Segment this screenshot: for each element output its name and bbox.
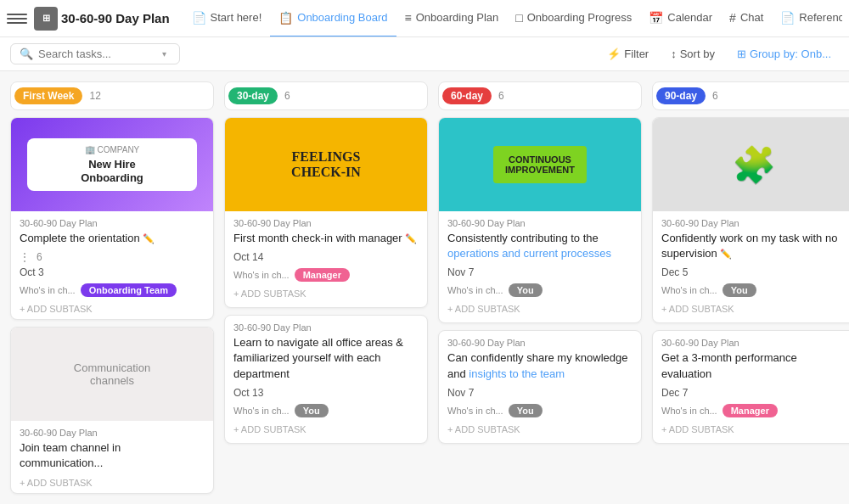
card-assignee-card-5: Who's in ch... You [447, 283, 633, 297]
add-subtask-btn-card-8[interactable]: + ADD SUBTASK [661, 423, 846, 436]
card-assignee-card-6: Who's in ch... You [447, 404, 633, 417]
card-assignee-card-7: Who's in ch... You [661, 283, 846, 297]
card-assignee-card-8: Who's in ch... Manager [661, 404, 846, 417]
card-title-card-2: Join team channel in communication... [20, 440, 205, 471]
add-subtask-btn-card-1[interactable]: + ADD SUBTASK [20, 302, 205, 316]
card-date-card-5: Nov 7 [447, 266, 633, 278]
add-subtask-btn-card-3[interactable]: + ADD SUBTASK [233, 287, 419, 300]
card-image-onboarding: 🏢 COMPANY New HireOnboarding [11, 118, 213, 211]
card-plan-card-7: 30-60-90 Day Plan [661, 218, 846, 228]
card-date-card-3: Oct 14 [233, 251, 419, 263]
col-header-90-day[interactable]: 90-day 6 [652, 81, 849, 110]
references-icon: 📄 [780, 11, 795, 25]
column-first-week: First Week 12 🏢 COMPANY New HireOnboardi… [10, 81, 214, 494]
search-dropdown-icon[interactable]: ▾ [162, 49, 166, 59]
card-title-card-7: Confidently work on my task with no supe… [661, 231, 846, 261]
onboarding-plan-icon: ≡ [405, 11, 412, 25]
card-title-card-8: Get a 3-month performance evaluation [661, 350, 846, 381]
onboarding-progress-icon: □ [515, 11, 522, 25]
add-subtask-btn-card-7[interactable]: + ADD SUBTASK [661, 302, 846, 316]
edit-icon-card-1[interactable]: ✏️ [143, 233, 155, 244]
page-title: 30-60-90 Day Plan [61, 11, 170, 25]
col-count-first-week: 12 [89, 90, 100, 102]
card-date-card-1: Oct 3 [20, 266, 205, 278]
card-plan-card-5: 30-60-90 Day Plan [447, 218, 633, 228]
filter-button[interactable]: ⚡ Filter [599, 43, 656, 64]
calendar-icon: 📅 [649, 11, 663, 25]
card-assignee-card-3: Who's in ch... Manager [233, 268, 419, 282]
tab-onboarding-progress[interactable]: □ Onboarding Progress [507, 0, 640, 37]
tab-calendar[interactable]: 📅 Calendar [640, 0, 721, 37]
column-60-day: 60-day 6 CONTINUOUSIMPROVEMENT 30-60-90 … [438, 81, 642, 494]
card-plan-card-4: 30-60-90 Day Plan [233, 322, 419, 333]
card-title-card-3: First month check-in with manager ✏️ [233, 231, 419, 246]
task-card-card-4[interactable]: 30-60-90 Day Plan Learn to navigate all … [224, 315, 428, 444]
col-badge-first-week: First Week [14, 87, 82, 104]
card-plan-card-6: 30-60-90 Day Plan [447, 338, 633, 348]
card-plan-card-2: 30-60-90 Day Plan [20, 428, 205, 438]
board-area: First Week 12 🏢 COMPANY New HireOnboardi… [0, 71, 849, 504]
task-card-card-8[interactable]: 30-60-90 Day Plan Get a 3-month performa… [652, 330, 849, 443]
toolbar: 🔍 ▾ ⚡ Filter ↕ Sort by ⊞ Group by: Onb..… [0, 37, 849, 71]
card-image-puzzle: 🧩 [653, 118, 849, 211]
card-title-card-4: Learn to navigate all office areas & fam… [233, 335, 419, 382]
search-input[interactable] [38, 48, 157, 60]
sort-button[interactable]: ↕ Sort by [663, 43, 722, 64]
task-card-card-5[interactable]: CONTINUOUSIMPROVEMENT 30-60-90 Day Plan … [438, 117, 642, 323]
card-date-card-4: Oct 13 [233, 387, 419, 399]
sort-icon: ↕ [671, 48, 677, 60]
column-90-day: 90-day 6 🧩 30-60-90 Day Plan Confidently… [652, 81, 849, 494]
card-date-card-6: Nov 7 [447, 387, 633, 399]
task-card-card-3[interactable]: FEELINGSCHECK-IN 30-60-90 Day Plan First… [224, 117, 428, 308]
card-subtask-card-1: ⋮ 6 [20, 251, 205, 263]
card-title-card-5: Consistently contributing to the operati… [447, 231, 633, 261]
card-image-feelings: FEELINGSCHECK-IN [225, 118, 427, 211]
col-count-30-day: 6 [284, 90, 290, 102]
task-card-card-6[interactable]: 30-60-90 Day Plan Can confidently share … [438, 330, 642, 443]
tab-references[interactable]: 📄 References [772, 0, 842, 37]
card-image-comm: Communicationchannels [11, 328, 213, 421]
start-here-icon: 📄 [192, 11, 206, 25]
chat-icon: # [729, 11, 736, 25]
subtask-icon: ⋮ [20, 251, 30, 263]
app-icon: ⊞ [34, 7, 58, 31]
card-assignee-card-1: Who's in ch... Onboarding Team [20, 283, 205, 297]
tab-onboarding-plan[interactable]: ≡ Onboarding Plan [396, 0, 508, 37]
tab-onboarding-board[interactable]: 📋 Onboarding Board [270, 0, 396, 37]
add-subtask-btn-card-2[interactable]: + ADD SUBTASK [20, 476, 205, 490]
col-header-30-day[interactable]: 30-day 6 [224, 81, 428, 110]
task-card-card-2[interactable]: Communicationchannels 30-60-90 Day Plan … [10, 327, 214, 495]
tab-start-here[interactable]: 📄 Start here! [183, 0, 271, 37]
top-bar: ⊞ 30-60-90 Day Plan 📄 Start here! 📋 Onbo… [0, 0, 849, 37]
card-date-card-8: Dec 7 [661, 387, 846, 399]
edit-icon-card-3[interactable]: ✏️ [405, 233, 417, 244]
col-badge-60-day: 60-day [442, 87, 492, 104]
card-plan-card-3: 30-60-90 Day Plan [233, 218, 419, 228]
card-assignee-card-4: Who's in ch... You [233, 404, 419, 417]
col-header-first-week[interactable]: First Week 12 [10, 81, 214, 110]
card-plan-card-1: 30-60-90 Day Plan [20, 218, 205, 228]
tab-chat[interactable]: # Chat [721, 0, 772, 37]
column-30-day: 30-day 6 FEELINGSCHECK-IN 30-60-90 Day P… [224, 81, 428, 494]
col-badge-30-day: 30-day [228, 87, 278, 104]
card-plan-card-8: 30-60-90 Day Plan [661, 338, 846, 348]
search-box[interactable]: 🔍 ▾ [10, 43, 180, 64]
col-count-60-day: 6 [498, 90, 504, 102]
onboarding-board-icon: 📋 [278, 11, 293, 25]
col-header-60-day[interactable]: 60-day 6 [438, 81, 642, 110]
add-subtask-btn-card-5[interactable]: + ADD SUBTASK [447, 302, 633, 316]
add-subtask-btn-card-6[interactable]: + ADD SUBTASK [447, 423, 633, 436]
card-title-card-1: Complete the orientation ✏️ [20, 231, 205, 246]
add-subtask-btn-card-4[interactable]: + ADD SUBTASK [233, 423, 419, 436]
search-icon: 🔍 [20, 48, 33, 60]
task-card-card-1[interactable]: 🏢 COMPANY New HireOnboarding 30-60-90 Da… [10, 117, 214, 320]
menu-icon[interactable] [7, 8, 27, 29]
group-icon: ⊞ [737, 48, 746, 60]
card-title-card-6: Can confidently share my knowledge and i… [447, 350, 633, 381]
filter-icon: ⚡ [607, 48, 621, 60]
card-image-continuous: CONTINUOUSIMPROVEMENT [439, 118, 641, 211]
nav-tabs: 📄 Start here! 📋 Onboarding Board ≡ Onboa… [183, 0, 842, 37]
group-button[interactable]: ⊞ Group by: Onb... [729, 43, 839, 64]
edit-icon-card-7[interactable]: ✏️ [720, 249, 732, 259]
task-card-card-7[interactable]: 🧩 30-60-90 Day Plan Confidently work on … [652, 117, 849, 323]
